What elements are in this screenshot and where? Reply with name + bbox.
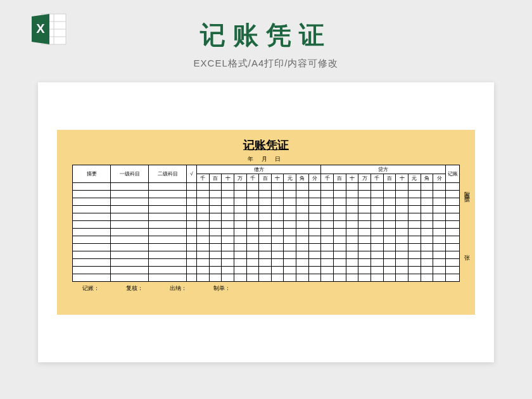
table-cell [271, 244, 284, 251]
table-cell [197, 267, 210, 274]
table-cell [308, 229, 321, 236]
table-cell [321, 229, 334, 236]
table-cell [446, 251, 460, 259]
digit-header: 分 [433, 174, 446, 183]
table-cell [187, 244, 197, 251]
table-cell [421, 267, 433, 274]
table-cell [321, 198, 334, 206]
table-cell [446, 221, 460, 229]
table-cell [246, 183, 259, 191]
table-cell [346, 251, 358, 259]
table-cell [197, 221, 210, 229]
table-cell [308, 251, 321, 259]
table-cell [222, 244, 234, 251]
table-cell [271, 229, 284, 236]
table-cell [222, 198, 234, 206]
table-cell [187, 183, 197, 191]
table-cell [187, 259, 197, 267]
table-cell [222, 183, 234, 191]
table-cell [308, 213, 321, 221]
table-cell [197, 206, 210, 213]
table-cell [259, 267, 272, 274]
table-cell [383, 206, 396, 213]
table-cell [446, 229, 460, 236]
table-cell [271, 251, 284, 259]
table-cell [222, 236, 234, 244]
table-cell [308, 183, 321, 191]
table-cell [149, 267, 187, 274]
table-cell [396, 229, 408, 236]
table-cell [433, 274, 446, 282]
table-cell [209, 229, 222, 236]
table-cell [296, 236, 309, 244]
voucher-body [73, 183, 460, 282]
table-cell [284, 198, 296, 206]
table-cell [111, 229, 149, 236]
table-cell [73, 191, 111, 198]
table-cell [408, 259, 421, 267]
table-cell [234, 198, 246, 206]
table-cell [271, 274, 284, 282]
table-cell [433, 198, 446, 206]
table-cell [408, 274, 421, 282]
table-cell [271, 213, 284, 221]
table-cell [321, 267, 334, 274]
table-cell [259, 251, 272, 259]
table-cell [383, 213, 396, 221]
table-cell [396, 267, 408, 274]
table-cell [111, 236, 149, 244]
table-cell [222, 191, 234, 198]
digit-header: 万 [358, 174, 371, 183]
table-cell [296, 198, 309, 206]
table-cell [246, 229, 259, 236]
table-cell [383, 251, 396, 259]
table-cell [321, 213, 334, 221]
table-cell [73, 229, 111, 236]
table-cell [271, 236, 284, 244]
table-cell [346, 183, 358, 191]
table-cell [408, 229, 421, 236]
table-row [73, 206, 460, 213]
table-cell [259, 274, 272, 282]
table-cell [446, 274, 460, 282]
table-cell [284, 183, 296, 191]
table-cell [149, 191, 187, 198]
table-cell [346, 198, 358, 206]
table-cell [408, 198, 421, 206]
table-cell [209, 191, 222, 198]
table-cell [271, 259, 284, 267]
table-cell [209, 213, 222, 221]
table-cell [187, 229, 197, 236]
page-title: 记账凭证 [0, 13, 532, 53]
table-cell [421, 229, 433, 236]
voucher-title: 记账凭证 [72, 137, 460, 153]
table-cell [246, 259, 259, 267]
table-cell [446, 191, 460, 198]
table-cell [73, 206, 111, 213]
table-cell [308, 206, 321, 213]
digit-header: 十 [396, 174, 408, 183]
table-cell [234, 183, 246, 191]
table-cell [421, 213, 433, 221]
table-cell [259, 221, 272, 229]
table-cell [149, 229, 187, 236]
table-cell [222, 229, 234, 236]
digit-header: 十 [271, 174, 284, 183]
table-cell [149, 244, 187, 251]
digit-header: 千 [370, 174, 383, 183]
table-cell [271, 206, 284, 213]
voucher-footer: 记账： 复核： 出纳： 制单： [72, 284, 460, 293]
table-cell [197, 244, 210, 251]
table-cell [234, 251, 246, 259]
table-cell [358, 213, 371, 221]
table-cell [383, 229, 396, 236]
voucher-area: 记账凭证 年 月 日 摘要 一级科目 二级科目 √ 借方 贷方 记账 千 百 十… [57, 130, 475, 315]
table-cell [259, 236, 272, 244]
table-cell [358, 244, 371, 251]
table-cell [222, 206, 234, 213]
table-cell [271, 191, 284, 198]
table-cell [358, 198, 371, 206]
table-cell [433, 183, 446, 191]
table-cell [209, 259, 222, 267]
table-cell [321, 274, 334, 282]
